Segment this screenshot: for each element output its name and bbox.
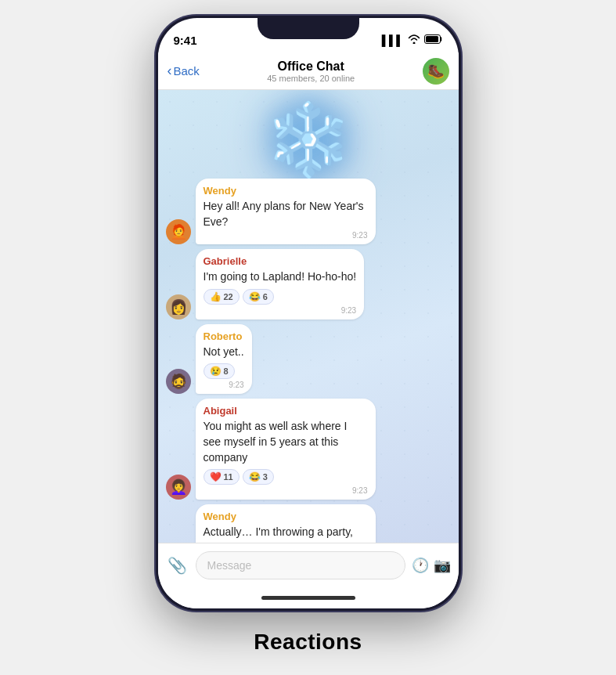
page-label: Reactions xyxy=(254,630,362,655)
chat-title: Office Chat xyxy=(206,60,416,74)
chat-avatar[interactable]: 🥾 xyxy=(423,58,449,85)
back-chevron-icon: ‹ xyxy=(168,63,172,79)
avatar-gabrielle: 👩 xyxy=(166,294,191,319)
msg-text-abigail: You might as well ask where I see myself… xyxy=(204,419,368,465)
attach-button[interactable]: 📎 xyxy=(166,554,189,577)
msg-text-gabrielle: I'm going to Lapland! Ho-ho-ho! xyxy=(204,269,357,285)
reaction-heart[interactable]: ❤️11 xyxy=(204,469,240,485)
back-label[interactable]: Back xyxy=(174,64,200,78)
msg-text-roberto: Not yet.. xyxy=(204,345,244,360)
avatar-roberto: 🧔 xyxy=(166,369,191,394)
message-input[interactable]: Message xyxy=(196,551,405,579)
notch xyxy=(258,16,359,39)
sender-name-gabrielle: Gabrielle xyxy=(204,255,357,267)
message-row-gabrielle: 👩 Gabrielle I'm going to Lapland! Ho-ho-… xyxy=(166,249,451,319)
svg-rect-1 xyxy=(426,36,438,42)
reaction-laugh2[interactable]: 😂3 xyxy=(243,469,274,485)
reactions-abigail: ❤️11 😂3 xyxy=(204,469,368,485)
bubble-roberto: Roberto Not yet.. 😢8 9:23 xyxy=(196,324,252,395)
home-indicator xyxy=(158,587,459,608)
reaction-laugh[interactable]: 😂6 xyxy=(243,289,274,305)
page-wrapper: 9:41 ▌▌▌ xyxy=(0,0,616,675)
msg-time-roberto: 9:23 xyxy=(204,381,244,389)
wifi-icon xyxy=(408,34,420,46)
chat-subtitle: 45 members, 20 online xyxy=(206,74,416,83)
sender-name-roberto: Roberto xyxy=(204,330,244,342)
reactions-roberto: 😢8 xyxy=(204,363,244,379)
bubble-gabrielle: Gabrielle I'm going to Lapland! Ho-ho-ho… xyxy=(196,249,365,319)
msg-time-wendy1: 9:23 xyxy=(204,231,368,240)
clock-icon[interactable]: 🕐 xyxy=(412,557,429,574)
battery-icon xyxy=(424,34,443,46)
home-bar xyxy=(261,596,355,600)
phone-inner: 9:41 ▌▌▌ xyxy=(158,18,459,608)
message-row-roberto: 🧔 Roberto Not yet.. 😢8 9:23 xyxy=(166,324,451,395)
sender-name-abigail: Abigail xyxy=(204,405,368,417)
status-time: 9:41 xyxy=(174,34,197,47)
status-icons: ▌▌▌ xyxy=(382,34,443,46)
msg-text-wendy2: Actually… I'm throwing a party, you're a… xyxy=(204,525,368,543)
msg-text-wendy1: Hey all! Any plans for New Year's Eve? xyxy=(204,199,368,229)
avatar-abigail: 👩‍🦱 xyxy=(166,475,191,500)
reactions-gabrielle: 👍22 😂6 xyxy=(204,289,357,305)
camera-icon[interactable]: 📷 xyxy=(434,557,451,574)
sender-name-wendy2: Wendy xyxy=(204,511,368,522)
header-center: Office Chat 45 members, 20 online xyxy=(206,60,416,83)
avatar-wendy1: 🧑‍🦰 xyxy=(166,219,191,244)
snowflake-sticker: ❄️ xyxy=(166,104,451,175)
message-row-abigail: 👩‍🦱 Abigail You might as well ask where … xyxy=(166,399,451,500)
chat-area: ❄️ 🧑‍🦰 Wendy Hey all! Any plans for New … xyxy=(158,90,459,543)
chat-header: ‹ Back Office Chat 45 members, 20 online… xyxy=(158,52,459,90)
back-button[interactable]: ‹ Back xyxy=(168,63,200,79)
message-row-wendy2: 🧑‍🦰 Wendy Actually… I'm throwing a party… xyxy=(166,504,451,543)
msg-time-gabrielle: 9:23 xyxy=(204,306,357,315)
msg-time-abigail: 9:23 xyxy=(204,486,368,495)
input-placeholder: Message xyxy=(207,559,252,572)
input-right-icons: 🕐 📷 xyxy=(412,557,451,574)
message-row-wendy1: 🧑‍🦰 Wendy Hey all! Any plans for New Yea… xyxy=(166,179,451,244)
bubble-wendy2: Wendy Actually… I'm throwing a party, yo… xyxy=(196,504,376,543)
signal-icon: ▌▌▌ xyxy=(382,34,404,46)
input-bar: 📎 Message 🕐 📷 xyxy=(158,543,459,587)
reaction-thumbsup[interactable]: 👍22 xyxy=(204,289,240,305)
sender-name-wendy1: Wendy xyxy=(204,185,368,197)
bubble-abigail: Abigail You might as well ask where I se… xyxy=(196,399,376,500)
reaction-cry[interactable]: 😢8 xyxy=(204,363,235,379)
bubble-wendy1: Wendy Hey all! Any plans for New Year's … xyxy=(196,179,376,244)
phone-shell: 9:41 ▌▌▌ xyxy=(156,16,461,611)
